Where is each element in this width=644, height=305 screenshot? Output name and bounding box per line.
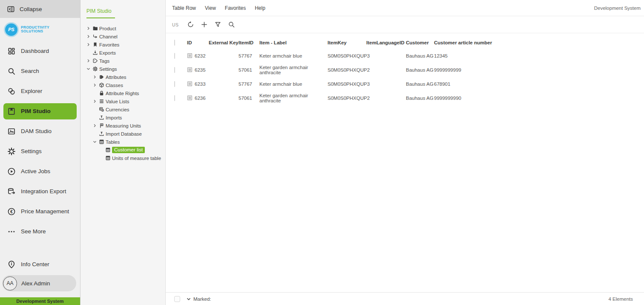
cell-itemkey: S0M0S0PHXQUP3	[328, 53, 366, 58]
tree-item-label-selected: Customer list	[112, 147, 145, 153]
sidebar-item-pim-studio[interactable]: PIM Studio	[3, 103, 77, 119]
cell-itemkey: S0M0S0PHXQUP2	[328, 67, 366, 73]
search-icon	[7, 67, 16, 76]
cell-customer-article-number: 9999999990	[434, 96, 519, 101]
row-checkbox[interactable]	[174, 67, 175, 73]
tree-item-currencies[interactable]: $ Currencies	[80, 105, 165, 113]
chevron-right-icon[interactable]	[93, 99, 99, 104]
language-selector[interactable]: US	[172, 22, 178, 27]
table-row[interactable]: 6236 57061 Keter garden armchair anthrac…	[166, 91, 644, 105]
tree-item-classes[interactable]: Classes	[80, 81, 165, 89]
brand-logo: PS PRODUCTIVITY SOLUTIONS	[0, 18, 80, 41]
tree-item-attributes[interactable]: Attributes	[80, 73, 165, 81]
tree-item-label: Value Lists	[106, 99, 129, 104]
menu-item-view[interactable]: View	[205, 5, 216, 11]
play-circle-icon	[7, 167, 16, 176]
column-header-item-label[interactable]: Item - Label	[259, 40, 328, 45]
sidebar-item-price-management[interactable]: € Price Management	[0, 201, 80, 221]
refresh-button[interactable]	[185, 19, 196, 30]
column-header-customer[interactable]: Customer	[406, 40, 434, 45]
marked-checkbox[interactable]	[174, 296, 180, 302]
column-header-id[interactable]: ID	[187, 40, 209, 45]
chevron-placeholder	[99, 148, 105, 153]
tree-item-units-of-measure-table[interactable]: Units of measure table	[80, 154, 165, 162]
cell-customer-article-number: 12345	[434, 53, 519, 58]
tree-item-favorites[interactable]: Favorites	[80, 41, 165, 49]
table-header-row: ID External Key ItemID Item - Label Item…	[166, 37, 644, 49]
tree-item-label: Settings	[99, 67, 117, 72]
tag-filled-icon	[99, 74, 106, 80]
sidebar-item-explorer[interactable]: Explorer	[0, 81, 80, 101]
sidebar-item-label: Explorer	[21, 88, 42, 94]
sidebar-item-dam-studio[interactable]: DAM Studio	[0, 121, 80, 141]
chevron-right-icon[interactable]	[86, 34, 92, 39]
tree-item-imports[interactable]: Imports	[80, 113, 165, 122]
tree-item-label: Units of measure table	[112, 156, 161, 161]
chevron-right-icon[interactable]	[93, 75, 99, 80]
tree-item-import-database[interactable]: Import Database	[80, 130, 165, 138]
column-header-itemkey[interactable]: ItemKey	[328, 40, 366, 45]
chevron-right-icon[interactable]	[86, 42, 92, 47]
menu-item-help[interactable]: Help	[255, 5, 265, 11]
user-menu[interactable]: AA Alex Admin	[2, 275, 76, 291]
row-checkbox[interactable]	[174, 53, 175, 59]
row-checkbox[interactable]	[174, 95, 175, 101]
collapse-icon	[7, 5, 15, 13]
sidebar-item-dashboard[interactable]: Dashboard	[0, 41, 80, 61]
chevron-right-icon[interactable]	[93, 123, 99, 128]
filter-icon	[214, 21, 221, 28]
row-checkbox[interactable]	[174, 81, 175, 87]
filter-button[interactable]	[212, 19, 223, 30]
tree-title-underline	[86, 17, 115, 18]
chevron-right-icon[interactable]	[86, 26, 92, 31]
tree-item-exports[interactable]: Exports	[80, 49, 165, 57]
sidebar-item-settings[interactable]: Settings	[0, 141, 80, 161]
gear-icon	[7, 147, 16, 156]
plus-icon	[201, 21, 208, 28]
tag-outline-icon	[92, 58, 99, 64]
collapse-button[interactable]: Collapse	[0, 0, 80, 18]
tree-item-tables[interactable]: Tables	[80, 138, 165, 146]
table-row[interactable]: 6233 57767 Keter armchair blue S0M0S0PHX…	[166, 77, 644, 91]
column-header-external-key[interactable]: External Key	[209, 40, 239, 45]
chevron-right-icon[interactable]	[93, 83, 99, 88]
tree-item-tags[interactable]: Tags	[80, 57, 165, 65]
tree-item-measuring-units[interactable]: Measuring Units	[80, 122, 165, 130]
table-row[interactable]: 6235 57061 Keter garden armchair anthrac…	[166, 63, 644, 77]
table-row-icon	[187, 81, 193, 87]
sidebar-item-label: See More	[21, 228, 46, 235]
tree-item-label: Tables	[106, 139, 120, 145]
cell-item-label: Keter armchair blue	[259, 81, 328, 87]
sidebar-item-info-center[interactable]: Info Center	[0, 254, 80, 274]
tree-item-value-lists[interactable]: Value Lists	[80, 97, 165, 105]
chevron-down-icon[interactable]	[186, 296, 192, 302]
list-icon	[99, 99, 106, 104]
table-row[interactable]: 6232 57767 Keter armchair blue S0M0S0PHX…	[166, 49, 644, 63]
sidebar-item-search[interactable]: Search	[0, 61, 80, 81]
sidebar-item-active-jobs[interactable]: Active Jobs	[0, 161, 80, 181]
chevron-right-icon[interactable]	[86, 58, 92, 64]
chevron-down-icon[interactable]	[93, 139, 99, 145]
column-header-customer-article-number[interactable]: Customer article number	[434, 40, 519, 45]
euro-circle-icon: €	[7, 207, 16, 216]
tree-item-product[interactable]: Product	[80, 24, 165, 32]
table-icon	[99, 139, 106, 145]
menu-item-favorites[interactable]: Favorites	[225, 5, 246, 11]
table-row-icon	[187, 67, 193, 73]
tree-item-customer-list[interactable]: Customer list	[80, 146, 165, 154]
column-header-itemlanguageid[interactable]: ItemLanguageID	[366, 40, 406, 45]
chevron-down-icon[interactable]	[86, 67, 92, 72]
search-button[interactable]	[226, 19, 237, 30]
menu-item-table-row[interactable]: Table Row	[172, 5, 196, 11]
tree-item-settings[interactable]: Settings	[80, 65, 165, 73]
tree-item-channel[interactable]: Channel	[80, 32, 165, 41]
sidebar-item-integration-export[interactable]: Integration Export	[0, 181, 80, 201]
sidebar-item-see-more[interactable]: See More	[0, 221, 80, 241]
cell-customer: Bauhaus AG	[406, 96, 434, 101]
tree-item-attribute-rights[interactable]: Attribute Rights	[80, 89, 165, 97]
column-header-itemid[interactable]: ItemID	[239, 40, 259, 45]
user-name: Alex Admin	[21, 280, 50, 287]
svg-text:€: €	[10, 209, 13, 214]
add-button[interactable]	[198, 19, 210, 30]
select-all-checkbox[interactable]	[174, 40, 175, 46]
